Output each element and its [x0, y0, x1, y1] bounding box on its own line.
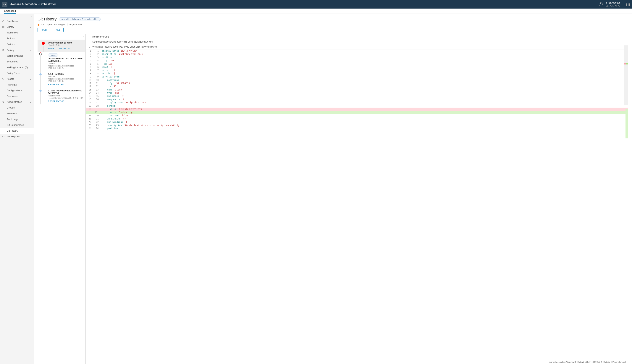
- branch-tag: master: [48, 54, 58, 56]
- diff-line: 44 'y': 50: [86, 59, 628, 62]
- sidebar-group-library[interactable]: ▦ Library ⌄: [0, 24, 34, 30]
- diff-minimap-overview: [626, 109, 628, 138]
- sidebar-item-scheduled[interactable]: Scheduled: [0, 59, 34, 64]
- push-button[interactable]: PUSH: [38, 28, 50, 32]
- diff-line: 1212 x: 971: [86, 85, 628, 88]
- commit-push-link[interactable]: PUSH: [48, 48, 54, 50]
- diff-line: 66input: {}: [86, 66, 628, 69]
- diff-line: 1010 - position:: [86, 78, 628, 82]
- tab-embedded[interactable]: Embedded: [4, 8, 16, 14]
- branch-name: origin/master: [70, 23, 82, 26]
- app-header: vm vRealize Automation - Orchestrator ? …: [0, 0, 632, 8]
- commit-entry-1[interactable]: master 0d7e1a63edc271d4128cf0a387ecd4808…: [38, 52, 85, 71]
- sidebar-label: API Explorer: [7, 135, 20, 138]
- chevron-right-icon: ›: [89, 40, 92, 43]
- branch-icon: ᛘ: [67, 23, 68, 26]
- commit-list: Local changes (2 items) , Invalid Date P…: [38, 34, 85, 104]
- button-row: PUSH PULL: [38, 28, 628, 32]
- commit-entry-2[interactable]: 0.0.0 - ed98b8b Version 2 fritz@coke.sqa…: [38, 71, 85, 88]
- app-title: vRealize Automation - Orchestrator: [10, 2, 599, 6]
- main: « ◴ Dashboard ▦ Library ⌄ Workflows Acti…: [0, 14, 632, 364]
- commit-hash: 0.0.0 - ed98b8b: [48, 73, 83, 76]
- commit-subtitle: Initial commit: [48, 94, 83, 97]
- sidebar-item-api-explorer[interactable]: ▭ API Explorer: [0, 134, 34, 139]
- diff-line: 1515 end-mode: '0': [86, 94, 628, 98]
- user-menu[interactable]: Fritz Arbeiter DEFAULT-ORG ⌄: [606, 1, 624, 7]
- sidebar-group-assets[interactable]: ⎔ Assets ⌄: [0, 76, 34, 82]
- repo-row: ◆ ros117/prophet-of-regret ᛘ origin/mast…: [38, 23, 628, 26]
- sidebar-item-configurations[interactable]: Configurations: [0, 88, 34, 93]
- diff-body[interactable]: 11display-name: New workflow22descriptio…: [86, 50, 628, 360]
- commit-entry-3[interactable]: c32c3a305104936ba923cef507a28e23897fd...…: [38, 88, 85, 104]
- split-pane: « Local changes (2 items) , Invalid Date…: [38, 34, 628, 364]
- commit-local-changes[interactable]: Local changes (2 items) , Invalid Date P…: [38, 40, 85, 52]
- sidebar-label: Assets: [7, 78, 14, 80]
- diff-line: 2020 encoded: false: [86, 114, 628, 117]
- diff-line: 33position:: [86, 56, 628, 59]
- commit-dot-icon: [40, 90, 42, 92]
- diff-line: 19- value: VcSystemEventInfo: [86, 108, 628, 111]
- diff-line: 1313 name: item0: [86, 88, 628, 92]
- page-title: Git History: [38, 17, 57, 22]
- content: Git History several local changes, 0 com…: [34, 14, 632, 364]
- assets-icon: ⎔: [2, 78, 5, 80]
- sidebar-item-resources[interactable]: Resources: [0, 93, 34, 99]
- sidebar-item-policy-runs[interactable]: Policy Runs: [0, 70, 34, 76]
- history-collapse-icon[interactable]: «: [83, 35, 84, 38]
- api-icon: ▭: [2, 135, 5, 138]
- reset-link[interactable]: RESET TO THIS: [48, 83, 64, 86]
- sidebar-item-workflows[interactable]: Workflows: [0, 30, 34, 36]
- commit-title: Local changes (2 items): [48, 42, 83, 44]
- sidebar-item-policies[interactable]: Policies: [0, 41, 34, 47]
- diff-line: 2323 description: Simple task with custo…: [86, 124, 628, 127]
- sidebar-item-workflow-runs[interactable]: Workflow Runs: [0, 53, 34, 59]
- diff-line: 2121 in-binding: {}: [86, 117, 628, 120]
- sidebar-item-groups[interactable]: Groups: [0, 105, 34, 110]
- pull-button[interactable]: PULL: [52, 28, 64, 32]
- diff-file-collapsed[interactable]: › ScriptModule/ee6342b8-c0b0-4d45-9933-e…: [86, 40, 628, 44]
- diff-line: 2424 position:: [86, 127, 628, 130]
- commit-discard-link[interactable]: DISCARD ALL: [58, 48, 72, 50]
- chevron-down-icon: ⌄: [29, 100, 32, 103]
- sidebar-item-packages[interactable]: Packages: [0, 82, 34, 88]
- diff-file-expanded[interactable]: ⌄ Workflow/673b9d73-d09d-47d3-99e0-2f485…: [86, 44, 628, 50]
- reset-link[interactable]: RESET TO THIS: [48, 100, 64, 102]
- sidebar-item-inventory[interactable]: Inventory: [0, 110, 34, 116]
- header-right: ? Fritz Arbeiter DEFAULT-ORG ⌄: [599, 1, 630, 7]
- commit-hash: c32c3a305104936ba923cef507a28e23897fd...: [48, 89, 83, 94]
- sidebar-item-actions[interactable]: Actions: [0, 36, 34, 41]
- diff-line: 22description: Workflow version 2: [86, 52, 628, 56]
- sidebar-group-activity[interactable]: ⧉ Activity ⌄: [0, 47, 34, 53]
- diff-minimap[interactable]: [624, 46, 628, 105]
- commit-meta: Rosen Stefanov, 9/3/2019, 3:49:24 PM: [48, 97, 83, 99]
- history-column: « Local changes (2 items) , Invalid Date…: [38, 34, 86, 364]
- diff-line: 1717 - display-name: Scriptable task: [86, 101, 628, 104]
- sidebar-item-waiting[interactable]: Waiting for Input (0): [0, 64, 34, 70]
- commit-subtitle: , Invalid Date: [48, 44, 83, 46]
- apps-grid-icon[interactable]: [626, 2, 630, 6]
- sidebar: « ◴ Dashboard ▦ Library ⌄ Workflows Acti…: [0, 14, 34, 364]
- chevron-down-icon: ⌄: [622, 3, 624, 6]
- sidebar-item-dashboard[interactable]: ◴ Dashboard: [0, 18, 34, 24]
- diff-line: 1616 comparator: 0: [86, 98, 628, 101]
- git-icon: ◆: [38, 23, 40, 26]
- sidebar-group-administration[interactable]: ⚙ Administration ⌄: [0, 99, 34, 105]
- help-icon[interactable]: ?: [599, 2, 603, 6]
- sidebar-collapse-icon[interactable]: «: [0, 14, 34, 18]
- diff-status-bar: Currently selected: Workflow/673b9d73-d0…: [86, 360, 628, 364]
- diff-line: 88attrib: []: [86, 72, 628, 75]
- page-header: Git History several local changes, 0 com…: [38, 17, 628, 22]
- sidebar-item-audit-logs[interactable]: Audit Logs: [0, 116, 34, 122]
- diff-panel: Modified content › ScriptModule/ee6342b8…: [86, 34, 628, 364]
- diff-line: 99workflow-item:: [86, 75, 628, 78]
- diff-line: 11display-name: New workflow: [86, 50, 628, 52]
- sidebar-label: Dashboard: [7, 20, 18, 22]
- library-icon: ▦: [2, 26, 5, 28]
- sidebar-item-git-history[interactable]: Git History: [0, 128, 34, 134]
- commit-hash: 0d7e1a63edc271d4128cf0a387ecd4808df00...: [48, 57, 83, 62]
- status-badge: several local changes, 0 commits behind: [59, 18, 100, 21]
- chevron-down-icon: ⌄: [89, 46, 92, 48]
- diff-line: 19+ value: System.log: [86, 111, 628, 114]
- chevron-down-icon: ⌄: [29, 49, 32, 52]
- sidebar-item-git-repositories[interactable]: Git Repositories: [0, 122, 34, 128]
